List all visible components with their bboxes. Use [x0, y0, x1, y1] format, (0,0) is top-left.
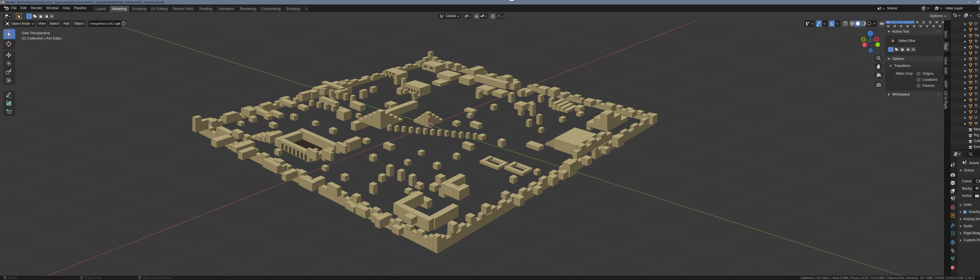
- svg-text:Y: Y: [862, 38, 865, 41]
- svg-text:Z: Z: [869, 32, 872, 35]
- svg-text:?: ?: [123, 22, 124, 25]
- svg-text:X: X: [876, 38, 878, 41]
